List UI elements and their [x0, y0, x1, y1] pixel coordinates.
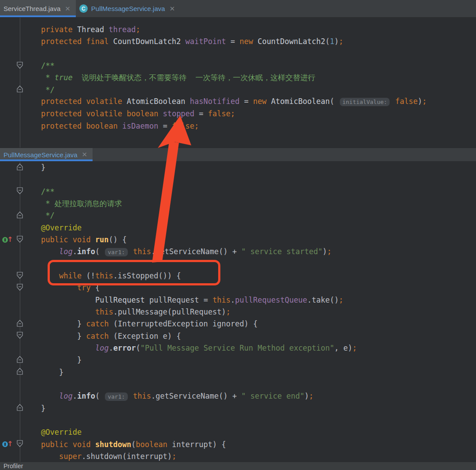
- code-line[interactable]: try {: [0, 282, 476, 294]
- code-text[interactable]: */: [26, 210, 55, 222]
- code-line[interactable]: } catch (InterruptedException ignored) {: [0, 318, 476, 330]
- fold-up-icon[interactable]: [16, 367, 23, 377]
- fold-down-icon[interactable]: [16, 283, 23, 293]
- fold-up-icon[interactable]: [16, 319, 23, 329]
- fold-down-icon[interactable]: [16, 61, 23, 71]
- code-line[interactable]: */: [0, 210, 476, 222]
- code-line[interactable]: /**: [0, 60, 476, 72]
- code-text[interactable]: }: [26, 354, 82, 366]
- status-bar: Profiler: [0, 462, 476, 470]
- code-text[interactable]: super.shutdown(interrupt);: [26, 451, 176, 462]
- code-text[interactable]: @Override: [26, 222, 82, 234]
- code-text[interactable]: PullRequest pullRequest = this.pullReque…: [26, 294, 343, 306]
- code-text[interactable]: }: [26, 403, 45, 414]
- code-text[interactable]: /**: [26, 186, 55, 198]
- code-text[interactable]: }: [26, 366, 63, 378]
- editor-pane-top[interactable]: private Thread thread;protected final Co…: [0, 18, 476, 148]
- fold-up-icon[interactable]: [16, 355, 23, 365]
- editor-gutter: [0, 84, 26, 96]
- code-line[interactable]: protected volatile boolean stopped = fal…: [0, 108, 476, 120]
- code-line[interactable]: @Override: [0, 222, 476, 234]
- fold-down-icon[interactable]: [16, 331, 23, 341]
- override-method-icon[interactable]: ↑: [2, 440, 15, 448]
- code-text[interactable]: /**: [26, 60, 55, 72]
- code-text[interactable]: protected volatile AtomicBoolean hasNoti…: [26, 96, 427, 108]
- code-line[interactable]: protected final CountDownLatch2 waitPoin…: [0, 36, 476, 48]
- code-line[interactable]: private Thread thread;: [0, 24, 476, 36]
- code-text[interactable]: }: [26, 162, 45, 174]
- editor-gutter: [0, 48, 26, 60]
- code-line[interactable]: ↑public void run() {: [0, 234, 476, 246]
- code-line[interactable]: protected boolean isDaemon = false;: [0, 120, 476, 132]
- code-line[interactable]: /**: [0, 186, 476, 198]
- tab-pullmessageservice-java[interactable]: CPullMessageService.java✕: [76, 0, 180, 17]
- code-text[interactable]: */: [26, 84, 55, 96]
- fold-down-icon[interactable]: [16, 187, 23, 196]
- code-line[interactable]: }: [0, 162, 476, 174]
- code-text[interactable]: protected volatile boolean stopped = fal…: [26, 108, 235, 120]
- code-text[interactable]: while (!this.isStopped()) {: [26, 270, 181, 282]
- close-icon[interactable]: ✕: [168, 5, 176, 13]
- code-text[interactable]: log.info( var1: this.getServiceName() + …: [26, 246, 331, 258]
- code-line[interactable]: [0, 258, 476, 270]
- code-text[interactable]: private Thread thread;: [26, 24, 140, 36]
- tab-label: PullMessageService.java: [91, 5, 165, 12]
- code-text[interactable]: this.pullMessage(pullRequest);: [26, 306, 231, 318]
- code-text[interactable]: protected final CountDownLatch2 waitPoin…: [26, 36, 343, 48]
- code-line[interactable]: [0, 378, 476, 390]
- close-icon[interactable]: ✕: [64, 5, 71, 13]
- code-text[interactable]: * 处理拉取消息的请求: [26, 198, 122, 210]
- code-text[interactable]: @Override: [26, 426, 82, 438]
- code-line[interactable]: @Override: [0, 426, 476, 438]
- editor-gutter: [0, 36, 26, 48]
- code-line[interactable]: [0, 174, 476, 185]
- code-line[interactable]: PullRequest pullRequest = this.pullReque…: [0, 294, 476, 306]
- editor-gutter: [0, 60, 26, 72]
- fold-down-icon[interactable]: [16, 235, 23, 245]
- editor-gutter: [0, 108, 26, 120]
- code-text[interactable]: log.info( var1: this.getServiceName() + …: [26, 390, 313, 403]
- fold-up-icon[interactable]: [16, 163, 23, 173]
- code-line[interactable]: [0, 48, 476, 60]
- code-line[interactable]: }: [0, 403, 476, 414]
- fold-up-icon[interactable]: [16, 211, 23, 221]
- code-line[interactable]: log.info( var1: this.getServiceName() + …: [0, 390, 476, 402]
- editor-pane-bottom[interactable]: }/** * 处理拉取消息的请求 */@Override↑public void…: [0, 162, 476, 462]
- editor-gutter: [0, 426, 26, 438]
- code-line[interactable]: ↑public void shutdown(boolean interrupt)…: [0, 439, 476, 451]
- editor-gutter: [0, 378, 26, 390]
- code-text[interactable]: public void run() {: [26, 234, 127, 246]
- editor-gutter: [0, 24, 26, 36]
- close-icon[interactable]: ✕: [81, 151, 89, 159]
- code-line[interactable]: protected volatile AtomicBoolean hasNoti…: [0, 96, 476, 108]
- fold-up-icon[interactable]: [16, 403, 23, 413]
- code-text[interactable]: try {: [26, 282, 100, 294]
- tab-pullmessageservice-java[interactable]: PullMessageService.java✕: [0, 148, 93, 161]
- code-text[interactable]: public void shutdown(boolean interrupt) …: [26, 439, 226, 451]
- editor-gutter: [0, 174, 26, 185]
- code-line[interactable]: */: [0, 84, 476, 96]
- code-line[interactable]: log.info( var1: this.getServiceName() + …: [0, 246, 476, 258]
- override-method-icon[interactable]: ↑: [2, 236, 15, 244]
- code-line[interactable]: * true 说明处于唤醒状态，不需要等待 一次等待，一次休眠，这样交替进行: [0, 72, 476, 84]
- code-line[interactable]: }: [0, 366, 476, 378]
- code-text[interactable]: * true 说明处于唤醒状态，不需要等待 一次等待，一次休眠，这样交替进行: [26, 72, 316, 84]
- code-text[interactable]: log.error("Pull Message Service Run Meth…: [26, 342, 357, 354]
- code-line[interactable]: log.error("Pull Message Service Run Meth…: [0, 342, 476, 354]
- code-line[interactable]: [0, 414, 476, 426]
- editor-gutter: [0, 330, 26, 342]
- code-text[interactable]: } catch (Exception e) {: [26, 330, 181, 342]
- code-text[interactable]: protected boolean isDaemon = false;: [26, 120, 199, 132]
- fold-down-icon[interactable]: [16, 271, 23, 281]
- tab-servicethread-java[interactable]: ServiceThread.java✕: [0, 0, 76, 17]
- code-text[interactable]: } catch (InterruptedException ignored) {: [26, 318, 257, 330]
- code-line[interactable]: while (!this.isStopped()) {: [0, 270, 476, 282]
- code-line[interactable]: }: [0, 354, 476, 366]
- fold-up-icon[interactable]: [16, 85, 23, 95]
- profiler-toolwindow-button[interactable]: Profiler: [4, 463, 23, 470]
- code-line[interactable]: super.shutdown(interrupt);: [0, 451, 476, 462]
- code-line[interactable]: * 处理拉取消息的请求: [0, 198, 476, 210]
- code-line[interactable]: this.pullMessage(pullRequest);: [0, 306, 476, 318]
- fold-down-icon[interactable]: [16, 440, 23, 449]
- code-line[interactable]: } catch (Exception e) {: [0, 330, 476, 342]
